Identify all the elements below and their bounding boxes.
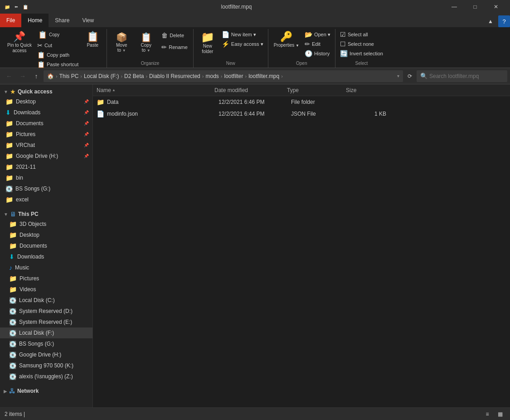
delete-button[interactable]: 🗑 Delete [159, 30, 190, 41]
paste-shortcut-button[interactable]: 📋 Paste shortcut [35, 60, 80, 69]
file-type-modinfo: JSON File [291, 111, 350, 117]
addr-this-pc[interactable]: This PC [59, 73, 79, 79]
sidebar-item-desktop-quick[interactable]: 📁 Desktop 📌 [0, 96, 92, 107]
edit-button[interactable]: ✏ Edit [303, 39, 332, 49]
pin-to-quick-access-button[interactable]: 📌 Pin to Quickaccess [5, 30, 34, 55]
invert-selection-label: Invert selection [350, 51, 383, 56]
sidebar-item-bssongs-g[interactable]: 💽 BS Songs (G:) [0, 338, 92, 349]
forward-button[interactable]: → [16, 70, 29, 83]
folder-icon: 📁 [9, 286, 17, 293]
select-all-button[interactable]: ☑ Select all [338, 30, 385, 39]
col-header-type[interactable]: Type [287, 87, 346, 93]
col-date-label: Date modified [214, 87, 248, 93]
sidebar-item-label: Samsung 970 500 (K:) [19, 362, 89, 369]
main-area: ▼ ★ Quick access 📁 Desktop 📌 ⬇ Downloads… [0, 84, 510, 407]
sidebar-item-local-c[interactable]: 💽 Local Disk (C:) [0, 295, 92, 306]
new-item-button[interactable]: 📄 New item ▾ [220, 30, 265, 39]
sidebar-item-alexis-z[interactable]: 💽 alexis (\\snuggles) (Z:) [0, 371, 92, 382]
tab-share[interactable]: Share [49, 14, 76, 27]
sidebar-item-samsung-k[interactable]: 💽 Samsung 970 500 (K:) [0, 360, 92, 371]
sidebar-item-googledrive-quick[interactable]: 📁 Google Drive (H:) 📌 [0, 151, 92, 161]
drive-icon: 💽 [9, 308, 16, 315]
addr-lootfilter[interactable]: lootfilter [224, 73, 243, 79]
ribbon-help-button[interactable]: ? [498, 15, 510, 27]
addr-mods[interactable]: mods [205, 73, 219, 79]
close-button[interactable]: ✕ [486, 0, 506, 14]
sidebar-item-vrchat-quick[interactable]: 📁 VRChat 📌 [0, 140, 92, 151]
this-pc-arrow: ▼ [4, 212, 8, 217]
sidebar-item-excel[interactable]: 📁 excel [0, 194, 92, 205]
sidebar-item-music-pc[interactable]: ♪ Music [0, 262, 92, 273]
invert-selection-button[interactable]: 🔄 Invert selection [338, 49, 385, 58]
address-dropdown-button[interactable]: ▾ [397, 73, 399, 78]
search-input[interactable] [429, 73, 497, 79]
sidebar-item-downloads-pc[interactable]: ⬇ Downloads [0, 251, 92, 262]
addr-d2-beta[interactable]: D2 Beta [124, 73, 144, 79]
sidebar-item-sysreserved-e[interactable]: 💽 System Reserved (E:) [0, 317, 92, 327]
sidebar-item-bssongs-quick[interactable]: 💽 BS Songs (G:) [0, 183, 92, 194]
file-row-data[interactable]: 📁 Data 12/2/2021 6:46 PM File folder [93, 96, 510, 108]
sidebar-item-label: excel [16, 196, 89, 203]
addr-lootfilter-mpq[interactable]: lootfilter.mpq [248, 73, 279, 79]
copy-path-icon: 📋 [37, 51, 45, 59]
clipboard-buttons: 📌 Pin to Quickaccess 📋 Copy ✂ Cut 📋 Copy… [5, 30, 104, 69]
sidebar-item-label: Local Disk (F:) [19, 330, 89, 336]
minimize-button[interactable]: — [444, 0, 465, 14]
sidebar-item-bin[interactable]: 📁 bin [0, 172, 92, 183]
folder-icon: 📁 [9, 231, 17, 239]
tab-file[interactable]: File [0, 14, 21, 27]
sidebar-item-3dobjects[interactable]: 📁 3D Objects [0, 219, 92, 230]
title-bar: 📁 ⬅ 📋 lootfilter.mpq — □ ✕ [0, 0, 510, 14]
tiles-view-button[interactable]: ▦ [495, 409, 505, 419]
sidebar-item-local-f[interactable]: 💽 Local Disk (F:) [0, 327, 92, 338]
sidebar-item-sysreserved-d[interactable]: 💽 System Reserved (D:) [0, 306, 92, 317]
maximize-button[interactable]: □ [465, 0, 486, 14]
addr-diablo[interactable]: Diablo II Resurrected [149, 73, 200, 79]
rename-button[interactable]: ✏ Rename [159, 42, 190, 53]
sidebar-item-googledrive-h[interactable]: 💽 Google Drive (H:) [0, 349, 92, 360]
search-box[interactable]: 🔍 [417, 70, 507, 82]
cut-button[interactable]: ✂ Cut [35, 41, 80, 50]
back-button[interactable]: ← [3, 70, 15, 83]
paste-button[interactable]: 📋 Paste [81, 30, 104, 50]
sidebar-item-label: Local Disk (C:) [19, 297, 89, 303]
folder-icon: 📁 [5, 152, 13, 160]
new-folder-button[interactable]: 📁 Newfolder [196, 30, 219, 56]
col-header-name[interactable]: Name ▲ [97, 87, 214, 93]
open-button[interactable]: 📂 Open ▾ [303, 30, 332, 39]
details-view-button[interactable]: ≡ [482, 409, 493, 419]
address-bar[interactable]: 🏠 › This PC › Local Disk (F:) › D2 Beta … [44, 70, 403, 82]
sidebar-item-documents-pc[interactable]: 📁 Documents [0, 240, 92, 251]
sidebar-item-pictures-pc[interactable]: 📁 Pictures [0, 273, 92, 284]
copy-path-label: Copy path [47, 52, 69, 58]
up-button[interactable]: ↑ [30, 70, 43, 83]
copy-button[interactable]: 📋 Copy [35, 30, 80, 40]
pin-indicator: 📌 [84, 110, 89, 115]
properties-button[interactable]: 🔑 Properties ▼ [271, 30, 302, 50]
tab-home[interactable]: Home [21, 14, 49, 27]
history-button[interactable]: 🕐 History [303, 49, 332, 58]
sidebar-item-downloads-quick[interactable]: ⬇ Downloads 📌 [0, 107, 92, 118]
sidebar-item-documents-quick[interactable]: 📁 Documents 📌 [0, 118, 92, 129]
copy-path-button[interactable]: 📋 Copy path [35, 50, 80, 59]
folder-icon: 📁 [9, 242, 17, 249]
ribbon-collapse-button[interactable]: ▲ [485, 15, 496, 27]
sidebar-item-videos-pc[interactable]: 📁 Videos [0, 284, 92, 295]
copy-to-button[interactable]: 📋 Copyto ▼ [134, 30, 158, 54]
move-to-button[interactable]: 📦 Moveto ▼ [110, 30, 133, 54]
sidebar-item-label: Downloads [14, 109, 81, 116]
quick-access-header[interactable]: ▼ ★ Quick access [0, 86, 92, 96]
sidebar-item-2021-11[interactable]: 📁 2021-11 [0, 161, 92, 172]
tab-view[interactable]: View [76, 14, 100, 27]
sidebar-item-desktop-pc[interactable]: 📁 Desktop [0, 230, 92, 240]
col-header-date[interactable]: Date modified [214, 87, 287, 93]
easy-access-button[interactable]: ⚡ Easy access ▾ [220, 39, 265, 49]
network-header[interactable]: ▶ 🖧 Network [0, 386, 92, 396]
this-pc-header[interactable]: ▼ 🖥 This PC [0, 209, 92, 219]
sidebar-item-pictures-quick[interactable]: 📁 Pictures 📌 [0, 129, 92, 140]
refresh-button[interactable]: ⟳ [404, 70, 416, 82]
select-none-button[interactable]: ☐ Select none [338, 39, 385, 49]
file-row-modinfo[interactable]: 📄 modinfo.json 12/2/2021 6:44 PM JSON Fi… [93, 108, 510, 120]
col-header-size[interactable]: Size [346, 87, 382, 93]
addr-local-disk-f[interactable]: Local Disk (F:) [84, 73, 119, 79]
